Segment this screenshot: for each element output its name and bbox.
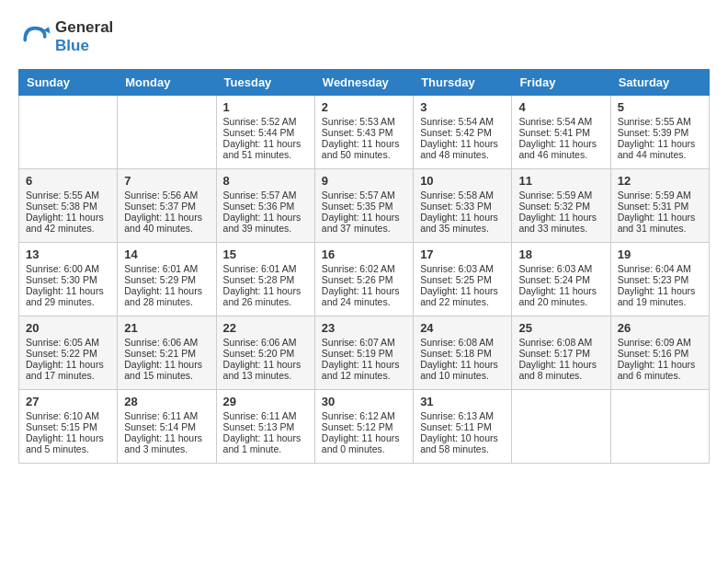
weekday-header-wednesday: Wednesday [314, 70, 413, 96]
calendar-cell [512, 390, 610, 464]
day-number: 6 [26, 174, 110, 188]
daylight: Daylight: 10 hours and 58 minutes. [420, 432, 505, 454]
calendar-cell: 3 Sunrise: 5:54 AM Sunset: 5:42 PM Dayli… [414, 96, 512, 169]
sunset: Sunset: 5:26 PM [322, 274, 406, 285]
day-number: 5 [618, 100, 702, 114]
daylight: Daylight: 11 hours and 10 minutes. [420, 359, 505, 381]
sunset: Sunset: 5:38 PM [26, 201, 110, 212]
calendar-cell: 15 Sunrise: 6:01 AM Sunset: 5:28 PM Dayl… [216, 243, 314, 316]
sunset: Sunset: 5:22 PM [26, 348, 110, 359]
sunrise: Sunrise: 6:10 AM [26, 410, 110, 421]
calendar-cell: 22 Sunrise: 6:06 AM Sunset: 5:20 PM Dayl… [216, 316, 314, 390]
day-number: 23 [322, 321, 406, 335]
calendar-cell: 23 Sunrise: 6:07 AM Sunset: 5:19 PM Dayl… [314, 316, 413, 390]
sunset: Sunset: 5:37 PM [124, 201, 209, 212]
daylight: Daylight: 11 hours and 28 minutes. [124, 285, 209, 307]
day-number: 18 [518, 247, 603, 261]
daylight: Daylight: 11 hours and 8 minutes. [518, 359, 603, 381]
logo-svg [18, 20, 51, 53]
sunrise: Sunrise: 6:12 AM [322, 410, 406, 421]
calendar-cell [610, 390, 709, 464]
day-number: 29 [223, 395, 308, 408]
sunrise: Sunrise: 6:03 AM [518, 263, 603, 274]
sunrise: Sunrise: 5:53 AM [322, 116, 406, 127]
sunrise: Sunrise: 6:13 AM [420, 410, 505, 421]
daylight: Daylight: 11 hours and 40 minutes. [124, 212, 209, 234]
sunset: Sunset: 5:29 PM [124, 274, 209, 285]
sunrise: Sunrise: 6:08 AM [420, 337, 505, 348]
calendar-cell: 14 Sunrise: 6:01 AM Sunset: 5:29 PM Dayl… [118, 243, 216, 316]
calendar-cell: 13 Sunrise: 6:00 AM Sunset: 5:30 PM Dayl… [19, 243, 118, 316]
calendar-cell: 5 Sunrise: 5:55 AM Sunset: 5:39 PM Dayli… [610, 96, 709, 169]
sunset: Sunset: 5:14 PM [124, 421, 209, 432]
daylight: Daylight: 11 hours and 33 minutes. [518, 212, 603, 234]
day-number: 30 [322, 395, 406, 408]
calendar-cell: 25 Sunrise: 6:08 AM Sunset: 5:17 PM Dayl… [512, 316, 610, 390]
sunset: Sunset: 5:12 PM [322, 421, 406, 432]
day-number: 8 [223, 174, 308, 188]
weekday-header-saturday: Saturday [610, 70, 709, 96]
calendar-cell: 28 Sunrise: 6:11 AM Sunset: 5:14 PM Dayl… [118, 390, 216, 464]
calendar-cell [118, 96, 216, 169]
day-number: 12 [618, 174, 702, 188]
sunrise: Sunrise: 6:03 AM [420, 263, 505, 274]
day-number: 4 [518, 100, 603, 114]
sunset: Sunset: 5:30 PM [26, 274, 110, 285]
calendar-cell: 8 Sunrise: 5:57 AM Sunset: 5:36 PM Dayli… [216, 169, 314, 243]
calendar-cell: 31 Sunrise: 6:13 AM Sunset: 5:11 PM Dayl… [414, 390, 512, 464]
sunset: Sunset: 5:13 PM [223, 421, 308, 432]
sunrise: Sunrise: 6:07 AM [322, 337, 406, 348]
calendar-cell: 21 Sunrise: 6:06 AM Sunset: 5:21 PM Dayl… [118, 316, 216, 390]
day-number: 24 [420, 321, 505, 335]
calendar-cell: 20 Sunrise: 6:05 AM Sunset: 5:22 PM Dayl… [19, 316, 118, 390]
sunset: Sunset: 5:39 PM [618, 127, 702, 138]
sunset: Sunset: 5:15 PM [26, 421, 110, 432]
calendar-cell: 2 Sunrise: 5:53 AM Sunset: 5:43 PM Dayli… [314, 96, 413, 169]
sunset: Sunset: 5:36 PM [223, 201, 308, 212]
sunrise: Sunrise: 6:06 AM [223, 337, 308, 348]
calendar-cell: 30 Sunrise: 6:12 AM Sunset: 5:12 PM Dayl… [314, 390, 413, 464]
sunset: Sunset: 5:28 PM [223, 274, 308, 285]
sunrise: Sunrise: 6:01 AM [124, 263, 209, 274]
sunrise: Sunrise: 6:09 AM [618, 337, 702, 348]
daylight: Daylight: 11 hours and 39 minutes. [223, 212, 308, 234]
day-number: 21 [124, 321, 209, 335]
sunset: Sunset: 5:41 PM [518, 127, 603, 138]
sunset: Sunset: 5:32 PM [518, 201, 603, 212]
calendar-cell: 10 Sunrise: 5:58 AM Sunset: 5:33 PM Dayl… [414, 169, 512, 243]
sunrise: Sunrise: 6:11 AM [223, 410, 308, 421]
daylight: Daylight: 11 hours and 12 minutes. [322, 359, 406, 381]
sunrise: Sunrise: 5:54 AM [518, 116, 603, 127]
day-number: 27 [26, 395, 110, 408]
sunset: Sunset: 5:42 PM [420, 127, 505, 138]
sunset: Sunset: 5:31 PM [618, 201, 702, 212]
daylight: Daylight: 11 hours and 48 minutes. [420, 138, 505, 160]
day-number: 25 [518, 321, 603, 335]
sunset: Sunset: 5:25 PM [420, 274, 505, 285]
day-number: 31 [420, 395, 505, 408]
sunset: Sunset: 5:19 PM [322, 348, 406, 359]
daylight: Daylight: 11 hours and 20 minutes. [518, 285, 603, 307]
daylight: Daylight: 11 hours and 26 minutes. [223, 285, 308, 307]
logo-general: General [55, 18, 113, 36]
daylight: Daylight: 11 hours and 29 minutes. [26, 285, 110, 307]
sunrise: Sunrise: 5:52 AM [223, 116, 308, 127]
day-number: 15 [223, 247, 308, 261]
daylight: Daylight: 11 hours and 17 minutes. [26, 359, 110, 381]
sunrise: Sunrise: 6:05 AM [26, 337, 110, 348]
sunrise: Sunrise: 5:59 AM [518, 190, 603, 201]
day-number: 20 [26, 321, 110, 335]
sunrise: Sunrise: 6:08 AM [518, 337, 603, 348]
calendar-cell: 9 Sunrise: 5:57 AM Sunset: 5:35 PM Dayli… [314, 169, 413, 243]
day-number: 11 [518, 174, 603, 188]
sunset: Sunset: 5:21 PM [124, 348, 209, 359]
daylight: Daylight: 11 hours and 44 minutes. [618, 138, 702, 160]
daylight: Daylight: 11 hours and 46 minutes. [518, 138, 603, 160]
day-number: 13 [26, 247, 110, 261]
sunrise: Sunrise: 5:54 AM [420, 116, 505, 127]
sunset: Sunset: 5:11 PM [420, 421, 505, 432]
calendar-cell: 4 Sunrise: 5:54 AM Sunset: 5:41 PM Dayli… [512, 96, 610, 169]
sunrise: Sunrise: 6:01 AM [223, 263, 308, 274]
sunset: Sunset: 5:35 PM [322, 201, 406, 212]
sunset: Sunset: 5:24 PM [518, 274, 603, 285]
